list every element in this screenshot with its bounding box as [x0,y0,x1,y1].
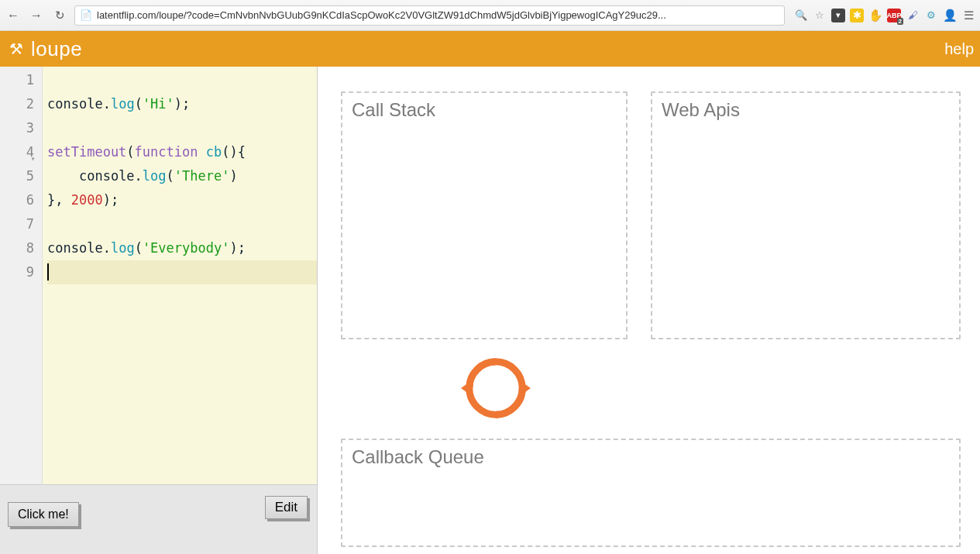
line-number: 6 [0,188,34,212]
visualization-pane: Call Stack Web Apis Callback Queue [318,67,980,554]
app-header: ⚒ loupe help [0,31,980,67]
help-link[interactable]: help [944,40,974,58]
code-line[interactable]: console.log('Hi'); [47,92,317,116]
web-apis-title: Web Apis [652,93,959,127]
page-icon: 📄 [80,9,92,21]
browser-toolbar: ← → ↻ 📄 latentflip.com/loupe/?code=CmNvb… [0,0,980,31]
line-number: 4 [0,140,34,164]
line-number: 9 [0,260,34,284]
bookmark-star-icon[interactable]: ☆ [813,9,827,22]
code-area[interactable]: console.log('Hi');setTimeout(function cb… [43,67,317,484]
url-text: latentflip.com/loupe/?code=CmNvbnNvbGUub… [97,9,666,21]
call-stack-title: Call Stack [342,93,626,127]
code-line[interactable] [47,260,317,284]
svg-marker-1 [461,381,471,395]
privacy-mask-icon[interactable]: 👤 [943,9,957,22]
extension-icons: 🔍 ☆ ▾ ✱ ✋ ABP 🖌 ⚙ 👤 ☰ [791,9,975,22]
code-line[interactable]: console.log('Everybody'); [47,236,317,260]
line-number: 3 [0,116,34,140]
web-apis-panel: Web Apis [651,91,961,339]
callback-queue-panel: Callback Queue [341,439,961,547]
line-gutter: 123456789 [0,67,43,484]
extension-puzzle-icon[interactable]: ✱ [850,9,864,22]
click-me-button[interactable]: Click me! [8,502,79,527]
chrome-menu-icon[interactable]: ☰ [961,9,975,22]
app-title: loupe [31,37,82,61]
back-button[interactable]: ← [5,7,22,24]
bug-icon[interactable]: ⚙ [924,9,938,22]
svg-marker-0 [521,381,531,395]
line-number: 5 [0,164,34,188]
code-editor[interactable]: Save +↖ Run 123456789 console.log('Hi');… [0,67,317,484]
event-loop-icon [457,353,535,423]
zoom-icon[interactable]: 🔍 [794,9,808,22]
call-stack-panel: Call Stack [341,91,628,339]
code-line[interactable]: setTimeout(function cb(){ [47,140,317,164]
tools-icon: ⚒ [9,40,23,58]
callback-queue-title: Callback Queue [342,440,959,474]
ublock-icon[interactable]: ✋ [868,9,882,22]
pocket-icon[interactable]: ▾ [831,9,845,22]
code-line[interactable]: }, 2000); [47,188,317,212]
text-cursor [47,263,49,280]
adblock-plus-icon[interactable]: ABP [887,9,901,22]
code-line[interactable] [47,212,317,236]
code-line[interactable] [47,68,317,92]
line-number: 8 [0,236,34,260]
editor-footer: Click me! Edit [0,484,317,554]
color-picker-icon[interactable]: 🖌 [906,9,920,22]
code-line[interactable] [47,116,317,140]
edit-button[interactable]: Edit [265,496,308,519]
forward-button[interactable]: → [28,7,45,24]
line-number: 7 [0,212,34,236]
address-bar[interactable]: 📄 latentflip.com/loupe/?code=CmNvbnNvbGU… [74,5,785,26]
code-line[interactable]: console.log('There') [47,164,317,188]
editor-pane: Save +↖ Run 123456789 console.log('Hi');… [0,67,318,554]
line-number: 1 [0,68,34,92]
line-number: 2 [0,92,34,116]
reload-button[interactable]: ↻ [51,7,68,24]
